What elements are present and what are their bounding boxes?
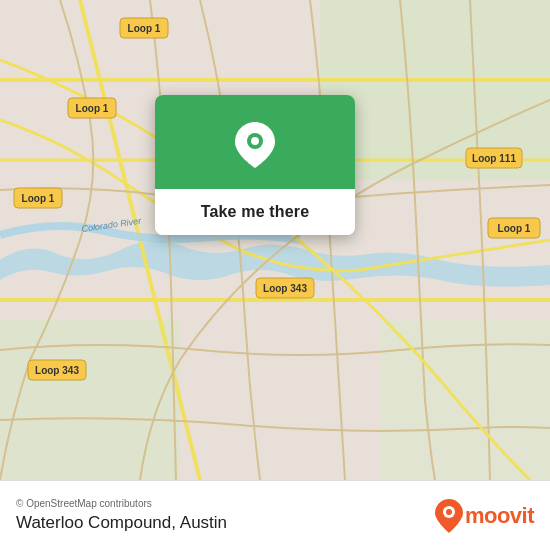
- osm-attribution: © OpenStreetMap contributors: [16, 498, 227, 509]
- popup-top: [155, 95, 355, 189]
- moovit-pin-icon: [435, 499, 463, 533]
- moovit-brand-text: moovit: [465, 503, 534, 529]
- svg-point-25: [446, 509, 452, 515]
- svg-point-23: [251, 137, 259, 145]
- bottom-bar: © OpenStreetMap contributors Waterloo Co…: [0, 480, 550, 550]
- svg-rect-2: [0, 320, 180, 480]
- moovit-logo[interactable]: moovit: [435, 499, 534, 533]
- bottom-left: © OpenStreetMap contributors Waterloo Co…: [16, 498, 227, 533]
- svg-text:Loop 343: Loop 343: [263, 283, 307, 294]
- location-pin-icon: [233, 123, 277, 167]
- svg-text:Loop 1: Loop 1: [128, 23, 161, 34]
- take-me-there-button[interactable]: Take me there: [201, 203, 310, 221]
- svg-text:Loop 1: Loop 1: [22, 193, 55, 204]
- svg-text:Loop 1: Loop 1: [76, 103, 109, 114]
- popup-bottom: Take me there: [155, 189, 355, 235]
- map-container: Loop 1 Loop 1 Loop 1 Loop 111 Loop 1 Loo…: [0, 0, 550, 480]
- svg-text:Loop 343: Loop 343: [35, 365, 79, 376]
- location-name: Waterloo Compound, Austin: [16, 513, 227, 533]
- svg-text:Loop 1: Loop 1: [498, 223, 531, 234]
- svg-text:Loop 111: Loop 111: [472, 153, 516, 164]
- map-popup: Take me there: [155, 95, 355, 235]
